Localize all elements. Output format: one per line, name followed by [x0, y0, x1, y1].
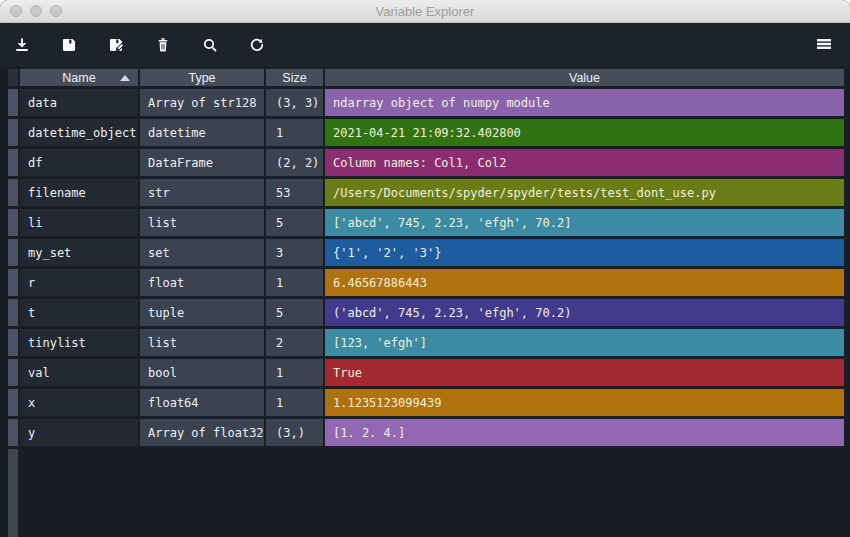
- cell-name[interactable]: t: [20, 299, 138, 326]
- cell-value[interactable]: {'1', '2', '3'}: [325, 239, 844, 266]
- column-header-name[interactable]: Name: [20, 69, 138, 86]
- cell-type[interactable]: float64: [140, 389, 264, 416]
- cell-size[interactable]: 1: [266, 119, 323, 146]
- cell-size[interactable]: (2, 2): [266, 149, 323, 176]
- cell-size[interactable]: 1: [266, 389, 323, 416]
- cell-name[interactable]: li: [20, 209, 138, 236]
- variable-explorer-window: Variable Explorer: [0, 0, 850, 537]
- table-header: Name Type Size Value: [8, 69, 844, 86]
- import-data-button[interactable]: [2, 27, 42, 63]
- cell-name[interactable]: filename: [20, 179, 138, 206]
- cell-size[interactable]: (3,): [266, 419, 323, 446]
- search-icon: [201, 36, 219, 54]
- sort-ascending-icon: [120, 75, 130, 81]
- cell-type[interactable]: bool: [140, 359, 264, 386]
- refresh-button[interactable]: [237, 27, 277, 63]
- cell-name[interactable]: x: [20, 389, 138, 416]
- cell-name[interactable]: df: [20, 149, 138, 176]
- row-header[interactable]: [8, 179, 18, 206]
- remove-variable-button[interactable]: [143, 27, 183, 63]
- cell-value[interactable]: ('abcd', 745, 2.23, 'efgh', 70.2): [325, 299, 844, 326]
- table-row: li list 5 ['abcd', 745, 2.23, 'efgh', 70…: [8, 209, 844, 236]
- row-header[interactable]: [8, 389, 18, 416]
- header-corner: [8, 69, 18, 86]
- save-data-as-button[interactable]: [96, 27, 136, 63]
- cell-name[interactable]: y: [20, 419, 138, 446]
- row-header[interactable]: [8, 239, 18, 266]
- row-header[interactable]: [8, 419, 18, 446]
- cell-size[interactable]: 2: [266, 329, 323, 356]
- cell-size[interactable]: 1: [266, 359, 323, 386]
- cell-type[interactable]: Array of float32: [140, 419, 264, 446]
- row-header-gutter: [8, 449, 18, 537]
- row-header[interactable]: [8, 209, 18, 236]
- cell-type[interactable]: DataFrame: [140, 149, 264, 176]
- table-row: datetime_object datetime 1 2021-04-21 21…: [8, 119, 844, 146]
- cell-type[interactable]: str: [140, 179, 264, 206]
- table-row: df DataFrame (2, 2) Column names: Col1, …: [8, 149, 844, 176]
- cell-type[interactable]: set: [140, 239, 264, 266]
- cell-value[interactable]: [1. 2. 4.]: [325, 419, 844, 446]
- options-menu-button[interactable]: [806, 27, 842, 63]
- row-header[interactable]: [8, 269, 18, 296]
- cell-size[interactable]: 1: [266, 269, 323, 296]
- column-header-size[interactable]: Size: [266, 69, 323, 86]
- cell-type[interactable]: list: [140, 209, 264, 236]
- close-button[interactable]: [10, 5, 22, 17]
- table-row: x float64 1 1.1235123099439: [8, 389, 844, 416]
- titlebar[interactable]: Variable Explorer: [0, 0, 850, 23]
- trash-icon: [154, 36, 172, 54]
- cell-name[interactable]: val: [20, 359, 138, 386]
- cell-value[interactable]: 6.46567886443: [325, 269, 844, 296]
- cell-value[interactable]: 2021-04-21 21:09:32.402800: [325, 119, 844, 146]
- minimize-button[interactable]: [30, 5, 42, 17]
- cell-name[interactable]: r: [20, 269, 138, 296]
- row-header[interactable]: [8, 89, 18, 116]
- traffic-lights: [10, 0, 62, 22]
- cell-name[interactable]: datetime_object: [20, 119, 138, 146]
- cell-name[interactable]: data: [20, 89, 138, 116]
- cell-type[interactable]: Array of str128: [140, 89, 264, 116]
- row-header[interactable]: [8, 299, 18, 326]
- cell-type[interactable]: float: [140, 269, 264, 296]
- column-header-value[interactable]: Value: [325, 69, 844, 86]
- cell-size[interactable]: (3, 3): [266, 89, 323, 116]
- import-icon: [13, 36, 31, 54]
- table-row: data Array of str128 (3, 3) ndarray obje…: [8, 89, 844, 116]
- save-as-icon: [107, 36, 126, 54]
- row-header[interactable]: [8, 119, 18, 146]
- table-row: t tuple 5 ('abcd', 745, 2.23, 'efgh', 70…: [8, 299, 844, 326]
- cell-size[interactable]: 5: [266, 209, 323, 236]
- zoom-button[interactable]: [50, 5, 62, 17]
- cell-value[interactable]: 1.1235123099439: [325, 389, 844, 416]
- row-header[interactable]: [8, 149, 18, 176]
- table-row: my_set set 3 {'1', '2', '3'}: [8, 239, 844, 266]
- cell-value[interactable]: ['abcd', 745, 2.23, 'efgh', 70.2]: [325, 209, 844, 236]
- cell-size[interactable]: 5: [266, 299, 323, 326]
- save-data-button[interactable]: [49, 27, 89, 63]
- row-header[interactable]: [8, 329, 18, 356]
- cell-value[interactable]: ndarray object of numpy module: [325, 89, 844, 116]
- row-header[interactable]: [8, 359, 18, 386]
- toolbar: [0, 23, 850, 67]
- cell-name[interactable]: my_set: [20, 239, 138, 266]
- column-header-size-label: Size: [282, 71, 306, 85]
- cell-type[interactable]: datetime: [140, 119, 264, 146]
- window-title: Variable Explorer: [376, 4, 475, 19]
- cell-size[interactable]: 53: [266, 179, 323, 206]
- cell-type[interactable]: list: [140, 329, 264, 356]
- column-header-name-label: Name: [62, 71, 95, 85]
- table-row: filename str 53 /Users/Documents/spyder/…: [8, 179, 844, 206]
- column-header-type[interactable]: Type: [140, 69, 264, 86]
- cell-value[interactable]: [123, 'efgh']: [325, 329, 844, 356]
- cell-value[interactable]: True: [325, 359, 844, 386]
- table-row: y Array of float32 (3,) [1. 2. 4.]: [8, 419, 844, 446]
- cell-size[interactable]: 3: [266, 239, 323, 266]
- search-button[interactable]: [190, 27, 230, 63]
- cell-value[interactable]: /Users/Documents/spyder/spyder/tests/tes…: [325, 179, 844, 206]
- cell-value[interactable]: Column names: Col1, Col2: [325, 149, 844, 176]
- refresh-icon: [248, 36, 266, 54]
- cell-name[interactable]: tinylist: [20, 329, 138, 356]
- cell-type[interactable]: tuple: [140, 299, 264, 326]
- table-row: val bool 1 True: [8, 359, 844, 386]
